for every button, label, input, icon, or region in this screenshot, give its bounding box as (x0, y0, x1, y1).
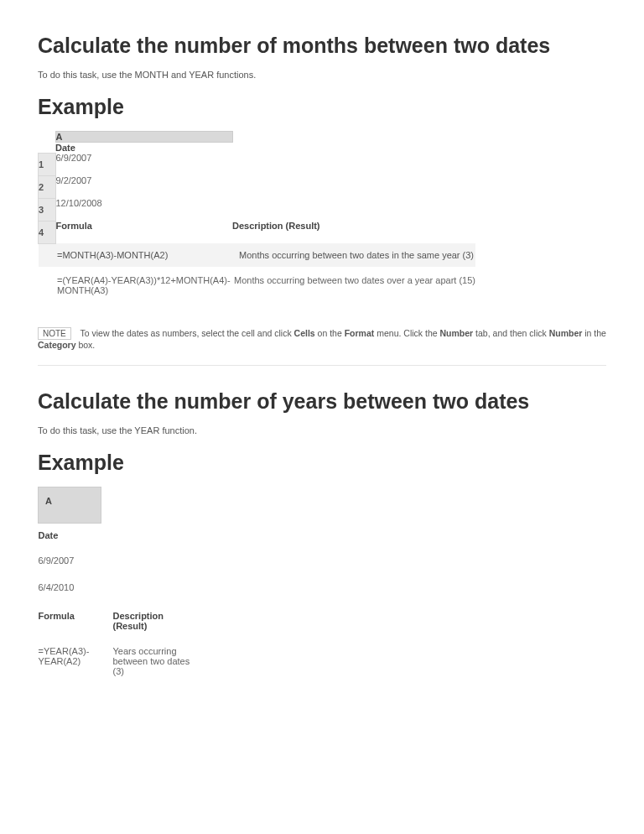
section2-heading: Calculate the number of years between tw… (38, 389, 606, 414)
section2-example-label: Example (38, 451, 606, 475)
note-bold: Cells (294, 328, 315, 338)
note-text: box. (76, 340, 96, 350)
section1-intro: To do this task, use the MONTH and YEAR … (38, 70, 606, 80)
note-text: menu. Click the (374, 328, 439, 338)
note-bold: Number (549, 328, 583, 338)
note-bold: Category (38, 340, 76, 350)
note-row: NOTE To view the dates as numbers, selec… (38, 327, 606, 350)
cell-a1: 6/9/2007 (39, 550, 101, 577)
cell-a2: 6/4/2010 (39, 577, 101, 604)
note-text: To view the dates as numbers, select the… (80, 328, 294, 338)
cell-a1: 6/9/2007 (55, 153, 232, 175)
cell-a2: 9/2/2007 (55, 175, 232, 198)
row-number: 3 (39, 198, 56, 221)
description-header: Description (Result) (232, 221, 475, 243)
description-cell: Months occurring between two dates in th… (232, 243, 475, 267)
description-header: Description (Result) (101, 604, 198, 641)
section1-example-label: Example (38, 95, 606, 119)
note-bold: Number (440, 328, 474, 338)
note-badge: NOTE (38, 327, 71, 340)
description-cell: Months occurring between two dates over … (232, 267, 475, 304)
formula-cell: =(YEAR(A4)-YEAR(A3))*12+MONTH(A4)-MONTH(… (55, 267, 232, 304)
cell-a3: 12/10/2008 (55, 198, 232, 221)
formula-cell: =YEAR(A3)-YEAR(A2) (39, 641, 101, 688)
row-number: 4 (39, 221, 56, 243)
note-text: in the (582, 328, 606, 338)
col-a-header: A (39, 487, 101, 524)
formula-header: Formula (39, 604, 101, 641)
description-cell: Years occurring between two dates (3) (101, 641, 198, 688)
section2-intro: To do this task, use the YEAR function. (38, 425, 606, 435)
formula-header: Formula (55, 221, 232, 243)
formula-cell: =MONTH(A3)-MONTH(A2) (55, 243, 232, 267)
col-a-header: A (55, 132, 232, 143)
row-number: 2 (39, 175, 56, 198)
section-divider (38, 365, 606, 366)
note-text: on the (315, 328, 345, 338)
example1-table: A Date 1 6/9/2007 2 9/2/2007 3 12/10/200… (38, 131, 475, 304)
date-header: Date (39, 524, 101, 551)
row-number: 1 (39, 153, 56, 175)
note-text: tab, and then click (473, 328, 548, 338)
date-header: Date (55, 143, 232, 154)
section1-heading: Calculate the number of months between t… (38, 34, 606, 58)
note-bold: Format (345, 328, 375, 338)
example2-table: A Date 6/9/2007 6/4/2010 Formula Descrip… (38, 487, 197, 688)
